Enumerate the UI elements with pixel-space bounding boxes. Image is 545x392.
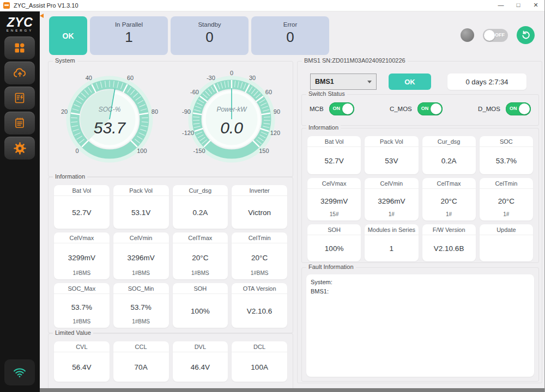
group-label-bms-sn: BMS1 SN:ZD011M03A024092100226 xyxy=(302,57,408,64)
limited-value-group: Limited Value CVL56.4VCCL70ADVL46.4VDCL1… xyxy=(48,333,293,392)
sidebar-item-power-report[interactable] xyxy=(4,87,35,109)
cell-header: DVL xyxy=(173,341,228,352)
cell-header: SOH xyxy=(173,283,228,294)
minimize-button[interactable]: — xyxy=(492,0,510,11)
cell-header: CVL xyxy=(54,341,110,352)
gauge-scale-label: -90 xyxy=(182,108,191,114)
gauge-scale-label: 150 xyxy=(259,148,269,154)
gauge-value: 53.7 xyxy=(94,119,126,137)
app-icon xyxy=(3,2,10,9)
brand-logo: ZYC ENERGY xyxy=(0,11,40,32)
cell-value: 1 xyxy=(365,235,418,261)
cell-value: 20°C xyxy=(480,189,533,213)
info-left-cell-celtmax: CelTmax20°C1#BMS xyxy=(173,232,228,279)
info-right-cell-bat-vol: Bat Vol52.7V xyxy=(307,136,361,174)
refresh-button[interactable] xyxy=(517,26,535,44)
cell-header: Cur_dsg xyxy=(422,136,476,147)
status-card-label: OK xyxy=(63,32,74,40)
gauge-scale-label: 60 xyxy=(127,75,134,81)
cell-header: CelVmin xyxy=(113,232,169,243)
toggle-d_mos[interactable]: ON xyxy=(506,102,531,115)
app-window: ZYC_Assist Pro V1.3.10 — □ ✕ ZYC ENERGY … xyxy=(0,0,545,392)
sidebar-item-cloud-upload[interactable] xyxy=(4,62,35,84)
limited-cell-ccl: CCL70A xyxy=(113,341,169,382)
status-card-label: Standby xyxy=(171,16,249,28)
switch-c_mos: C_MOSON xyxy=(390,102,443,115)
cell-header: CelVmax xyxy=(54,232,110,243)
close-button[interactable]: ✕ xyxy=(527,0,544,11)
sidebar-item-dashboard[interactable] xyxy=(4,36,35,59)
info-left-cell-celvmin: CelVmin3296mV1#BMS xyxy=(113,232,169,279)
toggle-c_mos[interactable]: ON xyxy=(417,102,443,115)
cell-header: OTA Version xyxy=(232,283,287,294)
cell-sublabel: 1#BMS xyxy=(232,270,287,279)
fault-line: BMS1: xyxy=(311,287,530,296)
toggle-knob xyxy=(519,103,530,114)
refresh-icon xyxy=(520,30,531,41)
gauge-scale-label: 0 xyxy=(230,69,233,76)
cell-value: 52.7V xyxy=(54,196,110,229)
info-right-cell-update: Update xyxy=(480,224,533,261)
info-right-cell-soh: SOH100% xyxy=(307,224,361,261)
switch-label: D_MOS xyxy=(478,106,500,112)
info-right-cell-f-w-version: F/W VersionV2.10.6B xyxy=(422,224,476,261)
cell-value: 3296mV xyxy=(365,189,418,213)
gauge-scale-label: 100 xyxy=(137,148,147,154)
switch-label: MCB xyxy=(310,106,324,112)
cell-sublabel: 1# xyxy=(365,211,418,220)
sidebar-item-wifi[interactable] xyxy=(4,359,35,385)
bms-selector[interactable]: BMS1 xyxy=(310,74,377,90)
info-right-cell-celtmin: CelTmin20°C1# xyxy=(480,178,533,220)
cell-header: SOC_Min xyxy=(113,283,169,294)
information-group-left: Information Bat Vol52.7VPack Vol53.1VCur… xyxy=(48,177,293,333)
limited-value-table: CVL56.4VCCL70ADVL46.4VDCL100A xyxy=(54,341,287,382)
fault-information-group: Fault Information System:BMS1: xyxy=(301,267,539,382)
gauge-scale-label: 40 xyxy=(86,75,92,81)
information-table-right: Bat Vol52.7VPack Vol53VCur_dsg0.2ASOC53.… xyxy=(307,136,533,261)
sidebar-item-settings[interactable] xyxy=(4,137,35,160)
info-left-cell-celvmax: CelVmax3299mV1#BMS xyxy=(54,232,110,279)
cloud-upload-icon xyxy=(13,66,27,81)
cell-value: V2.10.6B xyxy=(422,235,476,261)
limited-cell-dcl: DCL100A xyxy=(232,341,287,382)
cell-sublabel: 1#BMS xyxy=(113,318,169,328)
cell-header: CelVmin xyxy=(365,178,418,189)
gauge-scale-label: 30 xyxy=(249,75,256,81)
cell-header: Bat Vol xyxy=(307,136,361,147)
uptime-display: 0 days 2:7:34 xyxy=(447,74,526,90)
sidebar-menu xyxy=(0,36,40,160)
notepad-icon xyxy=(13,117,26,130)
toggle-label: OFF xyxy=(495,32,505,38)
master-toggle[interactable]: OFF xyxy=(483,29,508,42)
cell-value: 100% xyxy=(173,294,228,328)
cell-value: 53.7% xyxy=(113,294,169,321)
cell-sublabel: 1# xyxy=(422,211,476,220)
info-right-cell-soc: SOC53.7% xyxy=(480,136,533,174)
info-left-cell-inverter: InverterVictron xyxy=(232,185,287,229)
toggle-mcb[interactable]: ON xyxy=(329,102,354,115)
switch-d_mos: D_MOSON xyxy=(478,102,531,115)
sidebar-item-records[interactable] xyxy=(4,112,35,134)
gauge-scale-label: 90 xyxy=(274,108,280,114)
bms-ok-button[interactable]: OK xyxy=(389,74,431,90)
cell-value: 20°C xyxy=(422,189,476,213)
info-right-cell-pack-vol: Pack Vol53V xyxy=(365,136,418,174)
cell-header: Update xyxy=(480,224,533,235)
limited-cell-dvl: DVL46.4V xyxy=(173,341,228,382)
window-bottom-edge xyxy=(40,388,545,392)
maximize-button[interactable]: □ xyxy=(510,0,527,11)
cell-value: 46.4V xyxy=(173,352,228,382)
cell-sublabel: 1#BMS xyxy=(173,270,228,279)
cell-value: 70A xyxy=(113,352,169,382)
cell-value: 0.2A xyxy=(422,147,476,174)
group-label-information-right: Information xyxy=(306,124,341,131)
gauge-title: SOC-% xyxy=(99,106,121,113)
bms-selector-value: BMS1 xyxy=(315,78,334,85)
fault-information-box: System:BMS1: xyxy=(306,274,534,377)
dashboard-icon xyxy=(13,41,26,54)
gauge-scale-label: 120 xyxy=(270,129,280,136)
cell-value: 53.7% xyxy=(54,294,110,321)
status-card-in-parallel: In Parallel1 xyxy=(90,16,168,55)
cell-sublabel: 1#BMS xyxy=(54,318,110,328)
cell-value: 3296mV xyxy=(113,243,169,272)
